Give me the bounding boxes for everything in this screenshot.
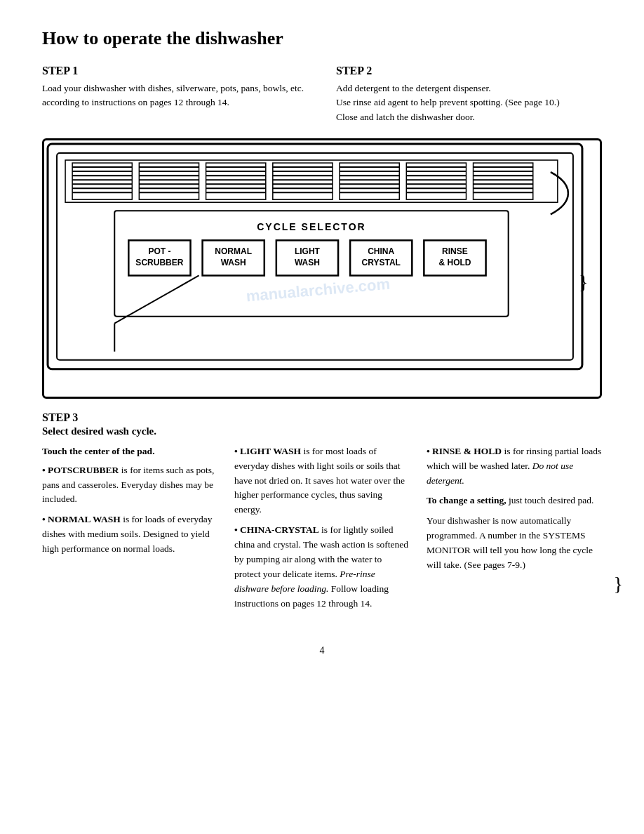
svg-rect-19 <box>206 163 266 199</box>
step2-body: Add detergent to the detergent dispenser… <box>336 81 602 124</box>
step1-body: Load your dishwasher with dishes, silver… <box>42 81 308 110</box>
step1-block: STEP 1 Load your dishwasher with dishes,… <box>42 65 308 124</box>
auto-programmed: Your dishwasher is now automatically pro… <box>427 514 602 573</box>
svg-text:LIGHT: LIGHT <box>295 246 321 256</box>
bullet-normalwash-bold: • NORMAL WASH <box>42 514 121 524</box>
change-setting-bold: To change a setting, <box>427 495 507 505</box>
svg-rect-11 <box>139 163 199 199</box>
step3-section: STEP 3 Select desired wash cycle. Touch … <box>42 411 602 617</box>
svg-text:CRYSTAL: CRYSTAL <box>362 258 401 267</box>
svg-text:WASH: WASH <box>295 258 320 267</box>
bullet-potscrubber: • POTSCRUBBER is for items such as pots,… <box>42 463 217 508</box>
dishwasher-diagram: CYCLE SELECTOR POT - SCRUBBER NORMAL WAS… <box>42 138 602 399</box>
svg-text:}: } <box>579 270 588 292</box>
bullet-normalwash: • NORMAL WASH is for loads of everyday d… <box>42 512 217 557</box>
step2-line2: Use rinse aid agent to help prevent spot… <box>336 95 602 110</box>
svg-text:NORMAL: NORMAL <box>215 246 252 256</box>
bullet-chinacrystal-bold: • CHINA-CRYSTAL <box>234 524 319 535</box>
step3-col3: • RINSE & HOLD is for rinsing partial lo… <box>427 444 602 617</box>
svg-rect-43 <box>406 163 466 199</box>
svg-text:SCRUBBER: SCRUBBER <box>135 258 183 267</box>
svg-rect-35 <box>340 163 399 199</box>
step3-columns: Touch the center of the pad. • POTSCRUBB… <box>42 444 602 617</box>
step3-subheading: Select desired wash cycle. <box>42 425 602 437</box>
svg-rect-51 <box>474 163 533 199</box>
right-decoration: } <box>614 573 623 595</box>
touch-center-label: Touch the center of the pad. <box>42 444 217 459</box>
svg-text:CYCLE SELECTOR: CYCLE SELECTOR <box>257 221 366 232</box>
step2-line1: Add detergent to the detergent dispenser… <box>336 81 602 95</box>
change-setting-text: just touch desired pad. <box>509 495 593 505</box>
svg-text:POT -: POT - <box>148 246 170 256</box>
bullet-rinsehold-bold: • RINSE & HOLD <box>427 446 502 456</box>
step3-col2: • LIGHT WASH is for most loads of everyd… <box>234 444 410 617</box>
step2-heading: STEP 2 <box>336 65 602 77</box>
step2-block: STEP 2 Add detergent to the detergent di… <box>336 65 602 124</box>
svg-rect-3 <box>72 163 132 199</box>
bullet-lightwash-bold: • LIGHT WASH <box>234 446 301 456</box>
svg-text:CHINA: CHINA <box>368 246 394 256</box>
svg-rect-27 <box>273 163 333 199</box>
steps-top: STEP 1 Load your dishwasher with dishes,… <box>42 65 602 124</box>
page-title: How to operate the dishwasher <box>42 28 602 49</box>
bullet-potscrubber-bold: • POTSCRUBBER <box>42 465 119 475</box>
step1-heading: STEP 1 <box>42 65 308 77</box>
change-setting: To change a setting, just touch desired … <box>427 494 602 508</box>
page-number: 4 <box>42 645 602 656</box>
step3-heading: STEP 3 <box>42 411 602 424</box>
svg-text:& HOLD: & HOLD <box>438 258 471 267</box>
bullet-chinacrystal: • CHINA-CRYSTAL is for lightly soiled ch… <box>234 523 410 611</box>
svg-text:WASH: WASH <box>221 258 246 267</box>
step2-line3: Close and latch the dishwasher door. <box>336 110 602 124</box>
svg-text:RINSE: RINSE <box>442 246 468 256</box>
bullet-lightwash: • LIGHT WASH is for most loads of everyd… <box>234 444 410 518</box>
bullet-rinsehold: • RINSE & HOLD is for rinsing partial lo… <box>427 444 602 489</box>
diagram-svg: CYCLE SELECTOR POT - SCRUBBER NORMAL WAS… <box>44 140 600 394</box>
step3-col1: Touch the center of the pad. • POTSCRUBB… <box>42 444 217 617</box>
